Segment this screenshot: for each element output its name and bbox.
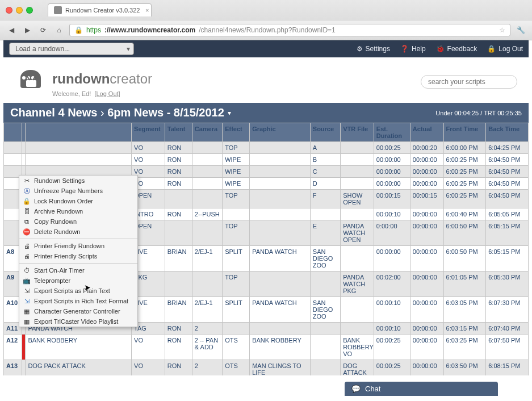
menu-item[interactable]: ⇲Export Scripts in Rich Text Format xyxy=(19,296,137,306)
menu-item[interactable]: ▦Export TriCaster Video Playlist xyxy=(19,316,137,327)
cell-gfx xyxy=(250,142,311,154)
cell-gfx xyxy=(250,190,311,208)
cell-n[interactable]: A12 xyxy=(4,335,22,360)
menu-item[interactable]: ⒶUnfreeze Page Numbers xyxy=(19,186,137,196)
column-header[interactable]: Source xyxy=(310,123,340,142)
cell-talent: BRIAN xyxy=(165,246,192,271)
bug-icon: 🐞 xyxy=(436,45,445,53)
column-header[interactable]: Segment xyxy=(132,123,165,142)
cell-src: A xyxy=(310,142,340,154)
wrench-icon[interactable]: 🔧 xyxy=(515,24,526,36)
menu-item-label: Printer Friendly Scripts xyxy=(34,253,97,260)
cell-cam: 2/EJ-1 xyxy=(192,297,222,323)
column-header[interactable]: Effect xyxy=(223,123,250,142)
title-dropdown-caret-icon[interactable]: ▾ xyxy=(228,109,231,117)
cell-back: 6:08:15 PM xyxy=(486,360,529,376)
cell-front: 6:00:00 PM xyxy=(443,142,486,154)
nav-feedback[interactable]: 🐞 Feedback xyxy=(436,45,477,53)
cell-back: 6:05:30 PM xyxy=(486,271,529,297)
rundown-loader-label: Load a rundown... xyxy=(15,45,70,53)
cell-src xyxy=(310,323,340,335)
cell-cam xyxy=(192,271,222,297)
chat-bar[interactable]: 💬 Chat xyxy=(345,382,498,396)
menu-item[interactable]: 📺Teleprompter xyxy=(19,275,137,286)
cell-slug[interactable]: BANK ROBBERY xyxy=(26,335,132,360)
menu-item[interactable]: ⏱Start On-Air Timer xyxy=(19,265,137,275)
menu-item[interactable]: ⇲Export Scripts as Plain Text xyxy=(19,286,137,296)
cell-eff: SPLIT xyxy=(223,297,250,323)
cell-back: 6:04:50 PM xyxy=(486,154,529,166)
table-row[interactable]: A13DOG PACK ATTACKVORON2OTSMAN CLINGS TO… xyxy=(4,360,529,376)
cell-n[interactable] xyxy=(4,142,22,154)
menu-item[interactable]: 🗄Archive Rundown xyxy=(19,206,137,216)
cell-vtr: PANDA WATCH OPEN xyxy=(341,220,374,246)
cell-src: F xyxy=(310,190,340,208)
app-top-nav: Load a rundown... ⚙ Settings ❓ Help 🐞 Fe… xyxy=(3,40,529,57)
nav-help[interactable]: ❓ Help xyxy=(400,45,426,53)
column-header[interactable]: Front Time xyxy=(443,123,486,142)
cell-act: 00:00:15 xyxy=(410,190,443,208)
rundown-show-name: Channel 4 News xyxy=(10,106,97,119)
cell-vtr xyxy=(341,246,374,271)
rundown-header-row: SegmentTalentCameraEffectGraphicSourceVT… xyxy=(4,123,529,142)
cell-n[interactable]: A13 xyxy=(4,360,22,376)
tab-close-icon[interactable]: × xyxy=(145,7,149,14)
cell-est: 00:00:25 xyxy=(374,142,410,154)
column-header[interactable] xyxy=(4,123,22,142)
menu-item-icon: ⇲ xyxy=(23,297,31,305)
cell-cam: 2 xyxy=(192,323,222,335)
cell-seg: VO xyxy=(132,142,165,154)
menu-item[interactable]: ⛔Delete Rundown xyxy=(19,227,137,237)
menu-item[interactable]: 🔒Lock Rundown Order xyxy=(19,196,137,206)
nav-feedback-label: Feedback xyxy=(447,45,477,53)
column-header[interactable]: Graphic xyxy=(250,123,311,142)
cell-est: 0:00:00 xyxy=(374,220,410,246)
browser-tab[interactable]: Rundown Creator v3.0.322 × xyxy=(48,3,152,16)
menu-item-label: Delete Rundown xyxy=(34,228,80,235)
cell-slug[interactable] xyxy=(26,154,132,166)
cell-slug[interactable]: DOG PACK ATTACK xyxy=(26,360,132,376)
cell-act: 00:00:00 xyxy=(410,297,443,323)
menu-item[interactable]: 🖨Printer Friendly Rundown xyxy=(19,241,137,251)
column-header[interactable]: Back Time xyxy=(486,123,529,142)
column-header[interactable]: Actual xyxy=(410,123,443,142)
chat-label: Chat xyxy=(365,385,380,393)
window-zoom-icon[interactable] xyxy=(26,7,33,14)
welcome-logout-link[interactable]: [Log Out] xyxy=(94,90,120,97)
url-field[interactable]: 🔒 https://www.rundowncreator.com/channel… xyxy=(69,24,510,36)
window-close-icon[interactable] xyxy=(6,7,12,14)
cell-n[interactable] xyxy=(4,154,22,166)
reload-icon[interactable]: ⟳ xyxy=(37,24,49,36)
table-row[interactable]: A12BANK ROBBERYVORON2 -- PAN & ADDOTSBAN… xyxy=(4,335,529,360)
column-header[interactable] xyxy=(26,123,132,142)
table-row[interactable]: VORONTOPA00:00:2500:00:206:00:00 PM6:04:… xyxy=(4,142,529,154)
cell-est: 00:00:00 xyxy=(374,246,410,271)
tab-favicon-icon xyxy=(54,6,62,14)
menu-item[interactable]: ✂Rundown Settings xyxy=(19,176,137,186)
cell-back: 6:05:05 PM xyxy=(486,208,529,220)
table-row[interactable]: VORONWIPEB00:00:0000:00:006:00:25 PM6:04… xyxy=(4,154,529,166)
cell-vtr xyxy=(341,166,374,178)
forward-icon[interactable]: ▶ xyxy=(22,24,33,36)
column-header[interactable]: Camera xyxy=(192,123,222,142)
menu-item[interactable]: ▦Character Generator Controller xyxy=(19,306,137,316)
window-minimize-icon[interactable] xyxy=(16,7,23,14)
column-header[interactable]: Talent xyxy=(165,123,192,142)
rundown-loader-select[interactable]: Load a rundown... xyxy=(9,43,134,55)
menu-item[interactable]: 🖨Printer Friendly Scripts xyxy=(19,251,137,261)
back-icon[interactable]: ◀ xyxy=(6,24,17,36)
nav-settings[interactable]: ⚙ Settings xyxy=(357,45,390,53)
column-header[interactable]: VTR File xyxy=(341,123,374,142)
cell-front: 6:03:25 PM xyxy=(443,335,486,360)
bookmark-icon[interactable]: ☆ xyxy=(499,26,505,34)
cell-gfx xyxy=(250,323,311,335)
nav-settings-label: Settings xyxy=(366,45,390,53)
search-input[interactable] xyxy=(421,75,517,89)
cell-slug[interactable] xyxy=(26,142,132,154)
home-icon[interactable]: ⌂ xyxy=(53,24,65,36)
column-header[interactable]: Est. Duration xyxy=(374,123,410,142)
nav-logout[interactable]: 🔒 Log Out xyxy=(487,45,523,53)
menu-item-icon: 📺 xyxy=(23,277,31,285)
menu-item[interactable]: ⧉Copy Rundown xyxy=(19,216,137,227)
mouse-cursor-icon: ➤ xyxy=(84,283,91,292)
